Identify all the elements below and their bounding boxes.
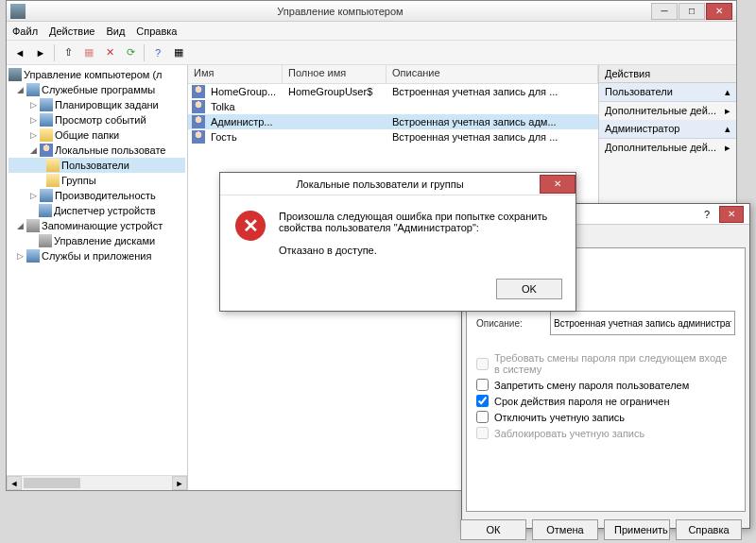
user-row[interactable]: ГостьВстроенная учетная запись для ... xyxy=(188,129,598,144)
folder-icon xyxy=(40,128,53,142)
error-message-1: Произошла следующая ошибка при попытке с… xyxy=(279,211,560,233)
desc-label: Описание: xyxy=(476,318,542,329)
help-button[interactable]: Справка xyxy=(676,519,742,540)
up-button[interactable]: ⇧ xyxy=(59,43,77,62)
close-button[interactable]: ✕ xyxy=(706,3,732,20)
col-name[interactable]: Имя xyxy=(188,65,283,83)
tree-users[interactable]: Пользователи xyxy=(9,158,185,173)
view-button[interactable]: ▦ xyxy=(169,43,188,62)
tree-perf[interactable]: ▷Производительность xyxy=(9,188,185,203)
cell-fullname: HomeGroupUser$ xyxy=(283,86,387,97)
tree-devmgr[interactable]: Диспетчер устройств xyxy=(9,203,185,218)
maximize-button[interactable]: □ xyxy=(679,3,705,20)
expand-icon[interactable]: ▷ xyxy=(16,252,25,261)
help-button[interactable]: ? xyxy=(148,43,167,62)
error-titlebar: Локальные пользователи и группы ✕ xyxy=(220,173,576,195)
apply-button[interactable]: Применить xyxy=(604,519,670,540)
user-icon xyxy=(192,130,205,144)
toolbar: ◄ ► ⇧ ▦ ✕ ⟳ ? ▦ xyxy=(7,41,736,65)
menu-file[interactable]: Файл xyxy=(12,25,38,37)
collapse-icon[interactable]: ◢ xyxy=(16,222,25,230)
chk-disable-account[interactable]: Отключить учетную запись xyxy=(476,411,735,423)
field-description: Описание: xyxy=(476,311,735,335)
forward-button[interactable]: ► xyxy=(31,43,50,62)
tree-scheduler[interactable]: ▷Планировщик задани xyxy=(9,97,185,112)
actions-header: Действия xyxy=(599,65,736,83)
action-group-admin[interactable]: Администратор▴ xyxy=(599,120,736,139)
error-ok-button[interactable]: OK xyxy=(496,279,562,299)
action-more-users[interactable]: Дополнительные дей...▸ xyxy=(599,102,736,120)
svcapps-icon xyxy=(26,249,40,263)
minimize-button[interactable]: ─ xyxy=(651,3,678,20)
user-row[interactable]: HomeGroup...HomeGroupUser$Встроенная уче… xyxy=(188,84,598,99)
checkbox[interactable] xyxy=(476,411,489,423)
expand-icon[interactable]: ▷ xyxy=(29,192,38,200)
error-title: Локальные пользователи и группы xyxy=(220,178,540,190)
user-row[interactable]: Tolka xyxy=(188,99,598,114)
tree-panel: Управление компьютером (л ◢Служебные про… xyxy=(7,65,188,490)
collapse-icon[interactable]: ◢ xyxy=(16,86,25,94)
menu-help[interactable]: Справка xyxy=(136,25,177,37)
tree-services[interactable]: ◢Служебные программы xyxy=(9,82,185,97)
action-group-users[interactable]: Пользователи▴ xyxy=(599,83,736,102)
back-button[interactable]: ◄ xyxy=(10,43,29,62)
cell-desc: Встроенная учетная запись адм... xyxy=(387,116,598,127)
folder-icon xyxy=(46,174,60,187)
checkbox xyxy=(476,358,489,370)
folder-icon xyxy=(46,159,60,172)
chk-require-pwd: Требовать смены пароля при следующем вхо… xyxy=(476,352,735,375)
error-dialog: Локальные пользователи и группы ✕ ✕ Прои… xyxy=(219,172,576,312)
titlebar: Управление компьютером ─ □ ✕ xyxy=(7,1,736,22)
collapse-icon[interactable]: ◢ xyxy=(29,146,38,155)
devmgr-icon xyxy=(39,204,52,217)
perf-icon xyxy=(40,189,53,202)
tree-scrollbar[interactable]: ◄► xyxy=(7,475,187,490)
tree-storage[interactable]: ◢Запоминающие устройст xyxy=(9,218,185,233)
tree-groups[interactable]: Группы xyxy=(9,173,185,188)
expand-icon[interactable]: ▷ xyxy=(29,101,38,110)
separator xyxy=(144,44,145,61)
chk-lock-account: Заблокировать учетную запись xyxy=(476,427,735,439)
help-button[interactable]: ? xyxy=(698,209,715,220)
chevron-right-icon: ▸ xyxy=(725,142,730,154)
tree-shared[interactable]: ▷Общие папки xyxy=(9,127,185,143)
checkbox[interactable] xyxy=(476,395,489,407)
user-icon xyxy=(192,85,205,98)
delete-button[interactable]: ✕ xyxy=(100,43,119,62)
cell-name: HomeGroup... xyxy=(205,86,283,97)
cell-desc: Встроенная учетная запись для ... xyxy=(387,131,598,143)
user-row[interactable]: Администр...Встроенная учетная запись ад… xyxy=(188,114,598,129)
error-close-button[interactable]: ✕ xyxy=(540,175,576,194)
menu-view[interactable]: Вид xyxy=(106,25,125,37)
props-button[interactable]: ▦ xyxy=(79,43,98,62)
props-close-button[interactable]: ✕ xyxy=(719,206,744,223)
expand-icon[interactable]: ▷ xyxy=(29,131,38,140)
mgmt-icon xyxy=(9,68,22,81)
menu-action[interactable]: Действие xyxy=(49,25,94,37)
chevron-right-icon: ▸ xyxy=(725,105,730,117)
desc-input[interactable] xyxy=(550,311,735,335)
user-icon xyxy=(192,100,205,113)
window-title: Управление компьютером xyxy=(29,6,651,17)
list-header: Имя Полное имя Описание xyxy=(188,65,598,84)
disk-icon xyxy=(39,234,52,247)
tree-diskmgr[interactable]: Управление дисками xyxy=(9,233,185,248)
col-desc[interactable]: Описание xyxy=(387,65,598,83)
events-icon xyxy=(40,113,53,127)
col-fullname[interactable]: Полное имя xyxy=(283,65,387,83)
tree-root[interactable]: Управление компьютером (л xyxy=(9,67,185,82)
cancel-button[interactable]: Отмена xyxy=(532,519,598,540)
refresh-button[interactable]: ⟳ xyxy=(121,43,140,62)
chk-pwd-no-expire[interactable]: Срок действия пароля не ограничен xyxy=(476,395,735,407)
tree-svcapps[interactable]: ▷Службы и приложения xyxy=(9,248,185,263)
tree-events[interactable]: ▷Просмотр событий xyxy=(9,112,185,127)
error-body: ✕ Произошла следующая ошибка при попытке… xyxy=(220,195,576,271)
app-icon xyxy=(10,4,26,19)
ok-button[interactable]: ОК xyxy=(460,519,526,540)
tree-localusers[interactable]: ◢Локальные пользовате xyxy=(9,143,185,158)
checkbox xyxy=(476,427,489,439)
chk-deny-pwd-change[interactable]: Запретить смену пароля пользователем xyxy=(476,379,735,391)
action-more-admin[interactable]: Дополнительные дей...▸ xyxy=(599,139,736,157)
expand-icon[interactable]: ▷ xyxy=(29,116,38,125)
checkbox[interactable] xyxy=(476,379,489,391)
